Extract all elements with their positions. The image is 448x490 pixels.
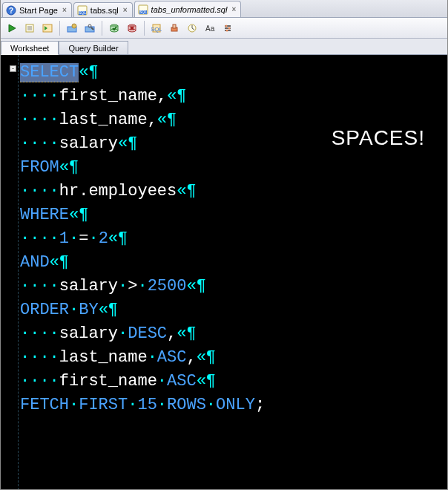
svg-text:SQL: SQL [151,26,162,33]
editor-gutter: - [1,55,19,490]
toolbar-separator [102,21,102,36]
worksheet-sub-tabs: Worksheet Query Builder [1,39,447,55]
help-icon: ? [6,5,16,16]
code-line: SELECT«¶ [20,61,441,85]
svg-point-16 [72,24,76,28]
sql-file-icon: SQL [77,5,88,16]
svg-point-25 [128,29,136,32]
code-line: ····first_name,«¶ [20,85,441,108]
svg-rect-29 [173,24,176,28]
toolbar-separator [59,21,60,36]
tab-start-page[interactable]: ? Start Page × [2,2,72,17]
tab-label: tabs.sql [90,6,119,15]
code-line: WHERE«¶ [20,203,441,227]
explain-plan-button[interactable] [39,20,56,36]
close-icon[interactable]: × [123,6,128,14]
clear-button[interactable] [166,20,182,36]
code-line: ····first_name·ASC«¶ [20,370,441,393]
svg-point-38 [228,27,231,29]
tab-label: tabs_unformatted.sql [151,5,228,14]
run-statement-button[interactable] [4,20,20,36]
file-tab-bar: ? Start Page × SQL tabs.sql × SQL tabs_u… [1,0,447,18]
svg-marker-8 [9,24,16,32]
sql-file-icon: SQL [138,4,148,15]
code-line: ····1·=·2«¶ [20,227,441,251]
sql-history-button[interactable] [184,20,200,36]
editor-area: - SPACES! SELECT«¶ ····first_name,«¶ ···… [1,55,447,490]
svg-text:?: ? [9,7,13,15]
tab-label: Start Page [19,6,58,15]
subtab-worksheet[interactable]: Worksheet [1,41,59,55]
close-icon[interactable]: × [231,5,236,13]
tab-tabs-unformatted-sql[interactable]: SQL tabs_unformatted.sql × [134,1,242,17]
rollback-button[interactable] [124,20,140,36]
code-line: ····hr.employees«¶ [20,180,441,203]
code-line: AND«¶ [20,251,441,275]
commit-button[interactable] [106,20,122,36]
code-line: ····salary·DESC,«¶ [20,322,441,346]
svg-text:SQL: SQL [139,10,147,14]
toolbar-separator [144,21,145,36]
fold-toggle-icon[interactable]: - [10,65,16,72]
sql-tuning-button[interactable] [82,20,98,36]
code-line: FETCH·FIRST·15·ROWS·ONLY; [20,393,441,417]
svg-text:SQL: SQL [79,10,86,15]
close-icon[interactable]: × [62,6,67,14]
to-upper-lower-button[interactable]: Aa [202,20,218,36]
sql-editor[interactable]: SPACES! SELECT«¶ ····first_name,«¶ ····l… [19,55,447,490]
code-line: ····salary·>·2500«¶ [20,275,441,298]
svg-point-39 [226,29,228,31]
subtab-query-builder[interactable]: Query Builder [59,41,128,54]
code-line: ····last_name·ASC,«¶ [20,346,441,370]
tab-tabs-sql[interactable]: SQL tabs.sql × [73,2,133,17]
svg-text:Aa: Aa [205,24,215,33]
unshared-worksheet-button[interactable]: SQL [148,20,165,36]
run-script-button[interactable] [22,20,38,36]
code-line: ORDER·BY«¶ [20,298,441,322]
svg-point-37 [225,24,228,27]
annotation-label: SPACES! [332,126,425,150]
code-line: FROM«¶ [20,156,441,180]
settings-button[interactable] [220,20,236,36]
toolbar: SQL Aa [1,18,447,39]
autotrace-button[interactable] [64,20,80,36]
